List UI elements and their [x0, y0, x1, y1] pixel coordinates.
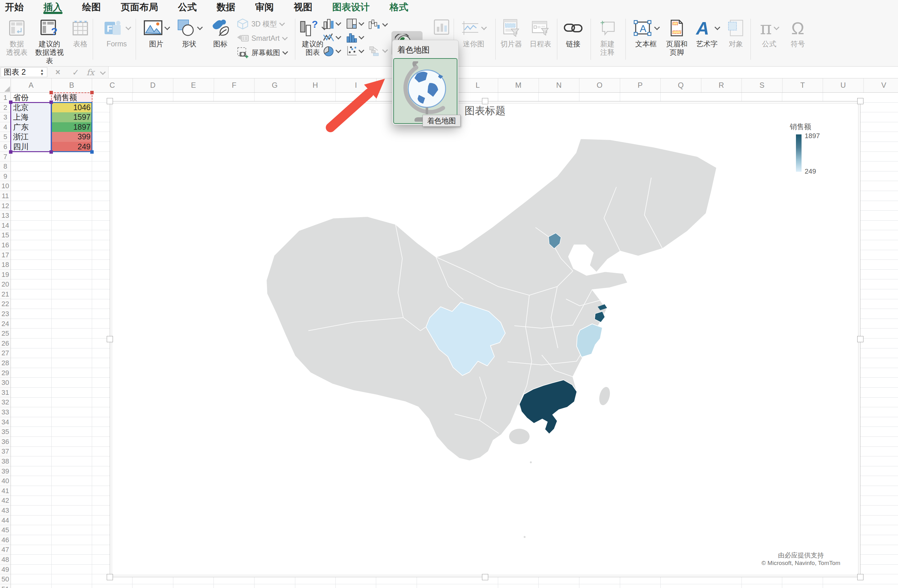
column-header[interactable]: I — [336, 78, 377, 92]
header-footer-button[interactable]: 页眉和 页脚 — [662, 16, 691, 57]
row-header[interactable]: 31 — [0, 388, 11, 398]
column-header[interactable]: N — [539, 78, 580, 92]
row-header[interactable]: 36 — [0, 437, 11, 447]
row-header[interactable]: 24 — [0, 319, 11, 329]
column-header[interactable]: G — [255, 78, 295, 92]
fx-icon[interactable]: fx — [86, 68, 94, 77]
row-header[interactable]: 28 — [0, 358, 11, 368]
row-header[interactable]: 51 — [0, 584, 11, 588]
row-header[interactable]: 45 — [0, 525, 11, 535]
row-header[interactable]: 17 — [0, 250, 11, 260]
chart-resize-handle[interactable] — [107, 98, 113, 104]
row-header[interactable]: 9 — [0, 172, 11, 181]
column-header[interactable]: E — [173, 78, 214, 92]
enter-icon[interactable]: ✓ — [72, 68, 79, 77]
row-header[interactable]: 25 — [0, 329, 11, 338]
row-header[interactable]: 16 — [0, 240, 11, 250]
wordart-button[interactable]: A 艺术字 — [691, 16, 723, 48]
row-header[interactable]: 29 — [0, 368, 11, 378]
line-chart-button[interactable] — [323, 32, 340, 43]
row-header[interactable]: 49 — [0, 565, 11, 575]
icons-button[interactable]: 图标 — [207, 16, 234, 48]
row-header[interactable]: 12 — [0, 201, 11, 211]
row-header[interactable]: 10 — [0, 181, 11, 191]
column-header[interactable]: A — [11, 78, 52, 92]
range-handle[interactable] — [9, 100, 12, 104]
column-header[interactable]: L — [458, 78, 498, 92]
picture-button[interactable]: 图片 — [141, 16, 172, 48]
range-handle[interactable] — [9, 150, 12, 154]
chart-resize-handle[interactable] — [857, 336, 863, 342]
row-header[interactable]: 41 — [0, 486, 11, 496]
ribbon-tab[interactable]: 开始 — [5, 0, 24, 14]
row-header[interactable]: 20 — [0, 279, 11, 289]
hierarchy-chart-button[interactable] — [346, 18, 363, 29]
row-header[interactable]: 30 — [0, 378, 11, 388]
province-cell[interactable]: 上海 — [11, 112, 52, 122]
recommended-pivot-button[interactable]: ? 建议的 数据透视表 — [32, 16, 67, 65]
screenshot-button[interactable]: 屏幕截图 — [237, 45, 287, 60]
scatter-chart-button[interactable] — [346, 45, 363, 57]
ribbon-tab[interactable]: 视图 — [294, 0, 312, 14]
row-header[interactable]: 15 — [0, 230, 11, 240]
cell-b1[interactable]: 销售额 — [52, 93, 92, 103]
value-cell[interactable]: 1046 — [52, 103, 92, 113]
row-header[interactable]: 44 — [0, 516, 11, 525]
row-header[interactable]: 48 — [0, 555, 11, 565]
chart-resize-handle[interactable] — [482, 98, 488, 104]
column-header[interactable]: P — [620, 78, 661, 92]
row-header[interactable]: 23 — [0, 309, 11, 319]
row-header[interactable]: 43 — [0, 505, 11, 516]
column-header[interactable]: M — [498, 78, 539, 92]
row-header[interactable]: 37 — [0, 447, 11, 456]
ribbon-tab[interactable]: 页面布局 — [121, 0, 158, 14]
province-cell[interactable]: 浙江 — [11, 132, 52, 142]
fill-handle[interactable] — [90, 150, 94, 154]
row-header[interactable]: 21 — [0, 289, 11, 299]
row-header[interactable]: 38 — [0, 456, 11, 466]
range-handle[interactable] — [90, 91, 94, 94]
column-header[interactable]: C — [92, 78, 133, 92]
chart-title[interactable]: 图表标题 — [110, 104, 860, 118]
column-header[interactable]: T — [783, 78, 823, 92]
province-cell[interactable]: 四川 — [11, 142, 52, 152]
column-header[interactable]: H — [295, 78, 336, 92]
ribbon-tab[interactable]: 图表设计 — [332, 0, 370, 14]
row-header[interactable]: 46 — [0, 535, 11, 545]
shapes-button[interactable]: 形状 — [174, 16, 205, 48]
name-box[interactable]: 图表 2 ▲ ▼ — [1, 67, 47, 77]
column-header[interactable]: S — [742, 78, 783, 92]
chart-resize-handle[interactable] — [107, 336, 113, 342]
row-header[interactable]: 40 — [0, 476, 11, 486]
cell-a1[interactable]: 省份 — [11, 93, 52, 103]
filled-map-option[interactable]: 着色地图 — [393, 58, 457, 124]
row-header[interactable]: 3 — [0, 112, 11, 122]
chart-legend[interactable]: 销售额 1897 249 — [790, 122, 830, 132]
row-header[interactable]: 32 — [0, 397, 11, 407]
column-header[interactable]: F — [214, 78, 255, 92]
row-header[interactable]: 33 — [0, 407, 11, 417]
column-header[interactable]: R — [701, 78, 742, 92]
row-header[interactable]: 27 — [0, 348, 11, 358]
row-header[interactable]: 34 — [0, 417, 11, 427]
chart-resize-handle[interactable] — [107, 574, 113, 580]
chart-resize-handle[interactable] — [482, 574, 488, 580]
ribbon-tab[interactable]: 格式 — [389, 0, 408, 14]
pie-chart-button[interactable] — [323, 45, 340, 57]
chart-resize-handle[interactable] — [857, 98, 863, 104]
histogram-chart-button[interactable] — [346, 32, 363, 43]
ribbon-tab[interactable]: 公式 — [178, 0, 197, 14]
province-cell[interactable]: 广东 — [11, 122, 52, 132]
column-chart-button[interactable] — [323, 18, 340, 29]
select-all-corner[interactable] — [0, 78, 11, 93]
range-handle[interactable] — [49, 100, 53, 104]
map-chart[interactable]: 图表标题 销售额 1897 249 — [110, 101, 860, 577]
value-cell[interactable]: 1897 — [52, 122, 92, 132]
row-header[interactable]: 2 — [0, 103, 11, 113]
chart-resize-handle[interactable] — [857, 574, 863, 580]
row-header[interactable]: 22 — [0, 299, 11, 309]
row-header[interactable]: 4 — [0, 122, 11, 132]
row-header[interactable]: 14 — [0, 221, 11, 230]
link-button[interactable]: 链接 — [560, 16, 586, 48]
value-cell[interactable]: 399 — [52, 132, 92, 142]
